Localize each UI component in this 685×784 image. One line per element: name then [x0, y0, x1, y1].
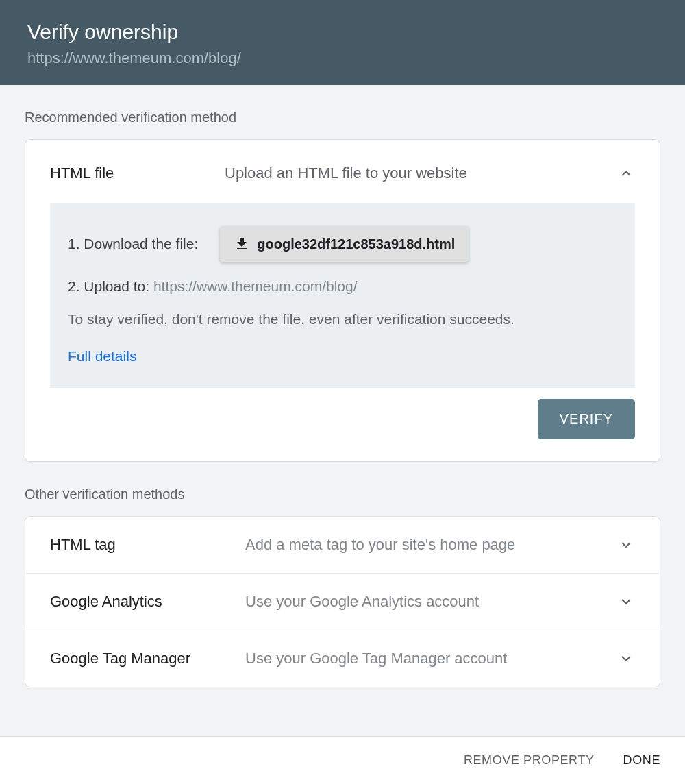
step-2: 2. Upload to: https://www.themeum.com/bl…	[68, 278, 617, 295]
step-2-label: 2. Upload to: https://www.themeum.com/bl…	[68, 278, 358, 295]
dialog-title: Verify ownership	[27, 21, 658, 44]
recommended-section-label: Recommended verification method	[25, 110, 660, 125]
method-title: HTML file	[50, 164, 218, 182]
verification-note: To stay verified, don't remove the file,…	[68, 311, 617, 328]
method-row-html-tag[interactable]: HTML tag Add a meta tag to your site's h…	[25, 517, 660, 574]
dialog-footer: REMOVE PROPERTY DONE	[0, 736, 685, 784]
method-row-desc: Add a meta tag to your site's home page	[245, 536, 610, 554]
upload-target-url: https://www.themeum.com/blog/	[153, 278, 358, 294]
chevron-down-icon	[617, 536, 635, 554]
download-filename: google32df121c853a918d.html	[257, 236, 455, 252]
method-row-google-tag-manager[interactable]: Google Tag Manager Use your Google Tag M…	[25, 630, 660, 687]
method-row-title: Google Tag Manager	[50, 650, 238, 667]
chevron-down-icon	[617, 593, 635, 611]
download-icon	[234, 236, 250, 252]
other-methods-list: HTML tag Add a meta tag to your site's h…	[25, 516, 660, 687]
dialog-header: Verify ownership https://www.themeum.com…	[0, 0, 685, 85]
step-1: 1. Download the file: google32df121c853a…	[68, 226, 617, 262]
recommended-method-card: HTML file Upload an HTML file to your we…	[25, 139, 660, 462]
step-1-label: 1. Download the file:	[68, 236, 198, 252]
method-row-desc: Use your Google Tag Manager account	[245, 650, 610, 667]
other-section-label: Other verification methods	[25, 487, 660, 502]
method-row-title: HTML tag	[50, 536, 238, 554]
verify-button[interactable]: VERIFY	[538, 399, 635, 439]
chevron-down-icon	[617, 650, 635, 667]
full-details-link[interactable]: Full details	[68, 348, 136, 365]
method-row-google-analytics[interactable]: Google Analytics Use your Google Analyti…	[25, 574, 660, 630]
instructions-panel: 1. Download the file: google32df121c853a…	[50, 203, 635, 388]
method-row-title: Google Analytics	[50, 593, 238, 611]
remove-property-button[interactable]: REMOVE PROPERTY	[464, 753, 595, 768]
download-file-button[interactable]: google32df121c853a918d.html	[220, 226, 469, 262]
done-button[interactable]: DONE	[623, 753, 660, 768]
property-url: https://www.themeum.com/blog/	[27, 49, 658, 67]
method-html-file-header[interactable]: HTML file Upload an HTML file to your we…	[50, 164, 635, 182]
chevron-up-icon	[617, 164, 635, 182]
method-description: Upload an HTML file to your website	[225, 164, 610, 182]
method-row-desc: Use your Google Analytics account	[245, 593, 610, 611]
